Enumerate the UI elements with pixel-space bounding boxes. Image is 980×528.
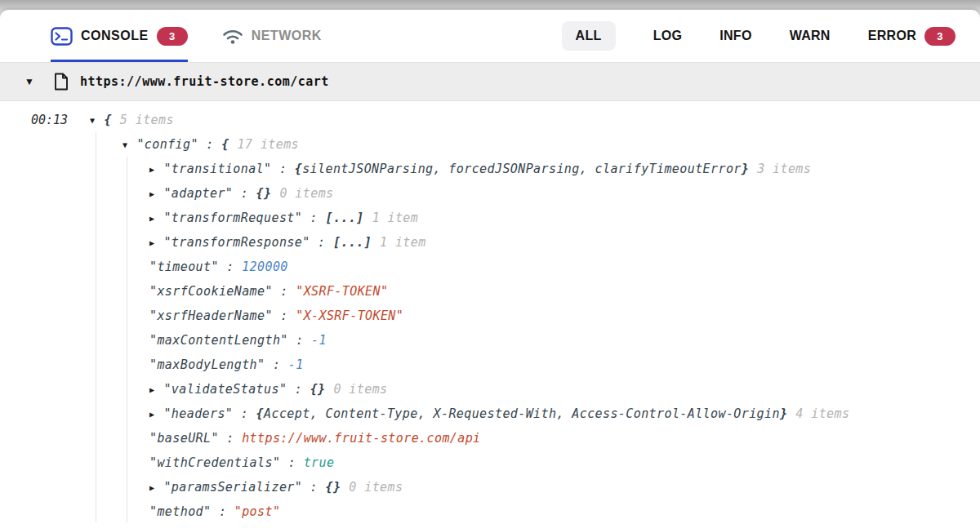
json-str: "XSRF-TOKEN": [296, 284, 388, 299]
tree-row: "xsrfCookieName" : "XSRF-TOKEN": [0, 279, 980, 304]
json-url: https://www.fruit-store.com/api: [242, 431, 480, 446]
error-count-badge: 3: [924, 27, 956, 46]
json-key: "maxContentLength": [149, 333, 288, 348]
collapse-icon[interactable]: ▼: [122, 133, 127, 158]
json-punct: :: [233, 186, 256, 201]
devtools-panel: CONSOLE 3 NETWORK ALL LOG INFO: [0, 10, 980, 528]
filter-log-label: LOG: [653, 29, 683, 43]
json-key: "validateStatus": [163, 382, 287, 397]
json-key: "transformRequest": [163, 211, 302, 225]
json-key: "config": [136, 137, 198, 152]
json-punct: :: [287, 382, 310, 397]
log-timestamp: 00:13: [31, 108, 68, 132]
tree-row: "timeout" : 120000: [0, 255, 980, 279]
json-brace: {: [104, 113, 111, 127]
console-output: 00:13 ▼{5 items▼"config" : {17 items▶"tr…: [0, 101, 980, 526]
expand-icon[interactable]: ▶: [149, 158, 154, 182]
console-tab-label: CONSOLE: [81, 29, 149, 43]
json-key: "adapter": [163, 186, 233, 201]
json-punct: :: [211, 504, 234, 519]
collapse-icon[interactable]: ▼: [24, 76, 34, 87]
request-url-row[interactable]: ▼ https://www.fruit-store.com/cart: [0, 63, 980, 101]
json-key: "timeout": [149, 260, 219, 274]
tree-row: ▼"config" : {17 items: [0, 132, 980, 157]
filter-info-label: INFO: [719, 29, 751, 43]
json-str: "X-XSRF-TOKEN": [296, 308, 403, 323]
expand-icon[interactable]: ▶: [149, 231, 154, 255]
json-brace: [...]: [333, 235, 372, 250]
json-items: 5 items: [120, 113, 174, 127]
json-items: 3 items: [757, 162, 811, 176]
json-punct: :: [265, 357, 287, 372]
tree-row: "withCredentials" : true: [0, 450, 980, 475]
json-num: -1: [311, 333, 327, 348]
filter-all-label: ALL: [576, 29, 602, 43]
json-num: 120000: [242, 260, 288, 274]
tab-console[interactable]: CONSOLE 3: [51, 10, 188, 62]
json-items: 0 items: [349, 480, 403, 495]
json-key: "xsrfCookieName": [149, 284, 273, 299]
expand-icon[interactable]: ▶: [149, 402, 154, 427]
indent-guide: [127, 157, 127, 522]
json-punct: :: [280, 455, 303, 470]
expand-icon[interactable]: ▶: [149, 206, 154, 231]
filter-error[interactable]: ERROR 3: [868, 27, 956, 46]
json-brace: {: [221, 137, 229, 152]
console-log-tree: ▼{5 items▼"config" : {17 items▶"transiti…: [0, 108, 980, 524]
tab-bar: CONSOLE 3 NETWORK ALL LOG INFO: [0, 10, 980, 63]
json-items: 0 items: [334, 382, 388, 397]
json-key: "transformResponse": [163, 235, 310, 250]
tree-row: "baseURL" : https://www.fruit-store.com/…: [0, 426, 980, 450]
network-tab-label: NETWORK: [252, 29, 322, 43]
request-url: https://www.fruit-store.com/cart: [80, 74, 329, 89]
json-punct: :: [233, 406, 256, 421]
expand-icon[interactable]: ▶: [149, 476, 154, 500]
indent-guide: [96, 132, 96, 522]
json-preview: silentJSONParsing, forcedJSONParsing, cl…: [302, 162, 742, 176]
json-brace: {: [256, 406, 264, 421]
json-key: "maxBodyLength": [149, 357, 265, 372]
json-key: "paramsSerializer": [163, 480, 302, 495]
json-items: 17 items: [238, 137, 299, 152]
json-key: "baseURL": [149, 431, 219, 446]
filter-warn[interactable]: WARN: [790, 29, 831, 43]
json-brace: {: [295, 162, 302, 176]
expand-icon[interactable]: ▶: [149, 378, 154, 402]
tree-row: "maxBodyLength" : -1: [0, 353, 980, 377]
tree-row: "maxContentLength" : -1: [0, 328, 980, 353]
tree-row: ▶"transformRequest" : [...]1 item: [0, 206, 980, 230]
terminal-icon: [51, 27, 73, 46]
json-items: 1 item: [380, 235, 426, 250]
filter-all[interactable]: ALL: [562, 21, 616, 51]
filter-error-label: ERROR: [868, 29, 916, 43]
json-punct: :: [273, 284, 296, 299]
filter-info[interactable]: INFO: [719, 29, 751, 43]
json-key: "withCredentials": [149, 455, 280, 470]
expand-icon[interactable]: ▶: [149, 182, 154, 206]
tree-row: ▶"transitional" : {silentJSONParsing, fo…: [0, 157, 980, 181]
collapse-icon[interactable]: ▼: [90, 109, 95, 133]
json-num: -1: [288, 357, 304, 372]
json-bool: true: [304, 455, 335, 470]
json-punct: :: [302, 480, 325, 495]
tree-row: ▶"validateStatus" : {}0 items: [0, 377, 980, 402]
json-punct: :: [219, 431, 242, 446]
json-brace: }: [780, 406, 787, 421]
json-punct: :: [302, 211, 325, 225]
json-key: "method": [149, 504, 211, 519]
json-brace: }: [742, 162, 749, 176]
json-str: "post": [234, 504, 281, 519]
json-items: 1 item: [372, 211, 419, 225]
json-brace: [...]: [325, 211, 363, 225]
json-key: "headers": [163, 406, 233, 421]
json-punct: :: [310, 235, 333, 250]
tab-network[interactable]: NETWORK: [222, 10, 322, 62]
tree-row: ▶"adapter" : {}0 items: [0, 181, 980, 206]
log-level-filters: ALL LOG INFO WARN ERROR 3: [562, 10, 964, 62]
tree-row: "method" : "post": [0, 499, 980, 524]
json-brace: {}: [325, 480, 341, 495]
filter-warn-label: WARN: [790, 29, 831, 43]
json-punct: :: [198, 137, 221, 152]
filter-log[interactable]: LOG: [653, 29, 683, 43]
json-punct: :: [288, 333, 311, 348]
